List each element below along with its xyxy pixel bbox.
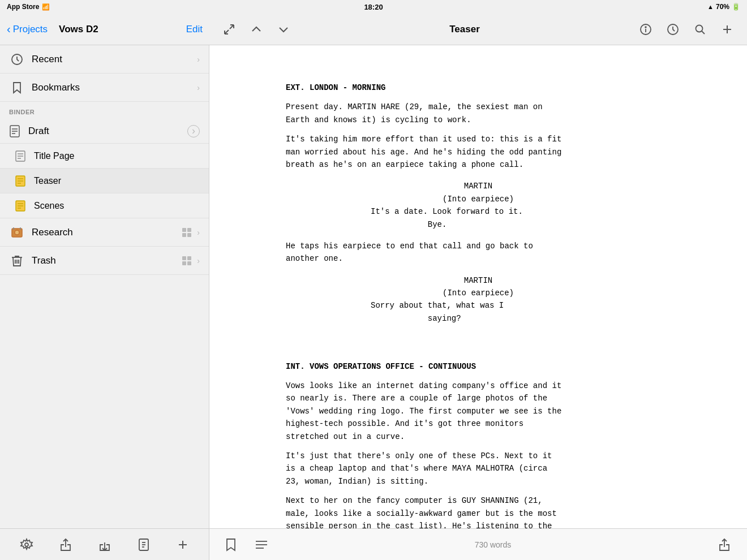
draft-chevron-wrap: › (187, 125, 200, 137)
draft-label: Draft (28, 126, 187, 137)
bookmarks-chevron: › (197, 83, 200, 92)
character-1: MARTIN (286, 180, 671, 192)
download-button[interactable] (96, 536, 114, 554)
app-store-label: App Store (7, 3, 39, 11)
status-bar-right: ▲ 70% 🔋 (707, 3, 740, 11)
research-icon (9, 225, 25, 240)
status-bar-left: App Store 📶 (7, 3, 50, 11)
status-bar-time: 18:20 (364, 3, 383, 11)
settings-button[interactable] (18, 536, 36, 554)
bookmark-toggle-button[interactable] (223, 536, 239, 554)
action-6: Next to her on the fancy computer is GUY… (286, 494, 671, 528)
draft-icon (7, 123, 23, 139)
search-button[interactable] (692, 21, 709, 38)
resize-icon[interactable] (221, 21, 238, 38)
sidebar-item-title-page[interactable]: Title Page (0, 144, 209, 169)
nav-center: Teaser (209, 21, 747, 38)
add-item-button[interactable] (174, 536, 192, 554)
bookmark-icon (9, 80, 25, 96)
character-2: MARTIN (286, 274, 671, 287)
sidebar-item-teaser[interactable]: Teaser (0, 169, 209, 193)
scenes-label: Scenes (34, 201, 200, 211)
nav-left: ‹ Projects Vows D2 Edit (0, 23, 209, 36)
action-1: Present day. MARTIN HARE (29, male, the … (286, 101, 671, 126)
chevron-icon: › (197, 228, 200, 237)
main-content: Recent › Bookmarks › BINDER (0, 45, 747, 560)
sidebar-item-bookmarks[interactable]: Bookmarks › (0, 74, 209, 102)
editor-toolbar: 730 words (209, 528, 747, 560)
editor-toolbar-left (223, 536, 271, 554)
sidebar: Recent › Bookmarks › BINDER (0, 45, 209, 560)
recent-label: Recent (32, 54, 197, 65)
sidebar-item-research[interactable]: Research › (0, 218, 209, 247)
research-right: › (182, 228, 200, 237)
editor-title: Teaser (449, 24, 480, 35)
bookmarks-label: Bookmarks (32, 82, 197, 93)
location-icon: ▲ (707, 3, 714, 10)
history-button[interactable] (664, 21, 681, 38)
title-page-label: Title Page (34, 151, 200, 161)
action-5: It's just that there's only one of these… (286, 450, 671, 488)
chevron-icon: › (197, 256, 200, 265)
word-count: 730 words (475, 540, 512, 549)
nav-center-right (637, 21, 736, 38)
navigate-up-button[interactable] (248, 21, 265, 38)
parenthetical-1: (Into earpiece) (286, 193, 671, 205)
screenplay: EXT. LONDON - MORNING Present day. MARTI… (286, 81, 671, 528)
dialogue-2: Sorry about that, what was I saying? (371, 299, 586, 325)
svg-line-11 (702, 31, 705, 34)
action-3: He taps his earpiece to end that call an… (286, 240, 671, 265)
sidebar-toolbar (0, 528, 209, 560)
battery-label: 70% (716, 3, 729, 11)
share-button[interactable] (57, 536, 75, 554)
status-bar: App Store 📶 18:20 ▲ 70% 🔋 (0, 0, 747, 14)
svg-line-0 (225, 30, 229, 34)
sidebar-item-scenes[interactable]: Scenes (0, 193, 209, 218)
new-document-button[interactable] (135, 536, 153, 554)
dialogue-1: It's a date. Look forward to it. Bye. (371, 205, 586, 231)
svg-point-8 (645, 27, 646, 28)
trash-right: › (182, 256, 200, 265)
grid-icon (182, 256, 191, 265)
editor-toolbar-right (715, 536, 733, 554)
parenthetical-2: (Into earpiece) (286, 287, 671, 299)
wifi-icon: 📶 (42, 3, 50, 11)
sidebar-item-trash[interactable]: Trash › (0, 247, 209, 275)
action-4: Vows looks like an internet dating compa… (286, 380, 671, 443)
recent-chevron: › (197, 55, 200, 64)
scene-heading-1: EXT. LONDON - MORNING (286, 81, 671, 94)
navigate-down-button[interactable] (275, 21, 292, 38)
export-button[interactable] (715, 536, 733, 554)
nav-bar: ‹ Projects Vows D2 Edit (0, 14, 747, 45)
back-chevron-icon: ‹ (7, 23, 11, 36)
battery-icon: 🔋 (732, 3, 740, 11)
binder-label: BINDER (9, 109, 35, 115)
trash-icon (9, 253, 25, 269)
svg-point-10 (696, 25, 703, 32)
editor-area: EXT. LONDON - MORNING Present day. MARTI… (209, 45, 747, 560)
info-button[interactable] (637, 21, 654, 38)
edit-button[interactable]: Edit (186, 24, 203, 35)
action-2: It's taking him more effort than it used… (286, 133, 671, 171)
research-label: Research (32, 227, 182, 238)
back-label: Projects (13, 24, 48, 35)
title-page-icon (14, 149, 27, 163)
chevron-icon: › (197, 83, 200, 92)
scene-heading-2: INT. VOWS OPERATIONS OFFICE - CONTINUOUS (286, 360, 671, 373)
trash-label: Trash (32, 255, 182, 266)
svg-point-32 (15, 230, 19, 235)
chevron-icon: › (197, 55, 200, 64)
add-button[interactable] (719, 21, 736, 38)
back-button[interactable]: ‹ Projects (7, 23, 48, 36)
sidebar-item-draft[interactable]: Draft › (0, 119, 209, 144)
teaser-label: Teaser (34, 176, 200, 186)
document-title: Vows D2 (59, 24, 98, 35)
teaser-icon (14, 174, 27, 188)
grid-icon (182, 228, 191, 237)
binder-section: BINDER (0, 102, 209, 119)
sidebar-item-recent[interactable]: Recent › (0, 45, 209, 74)
editor-content[interactable]: EXT. LONDON - MORNING Present day. MARTI… (209, 45, 747, 528)
format-menu-button[interactable] (252, 537, 271, 553)
draft-expand-icon[interactable]: › (187, 125, 200, 137)
scenes-icon (14, 199, 27, 213)
